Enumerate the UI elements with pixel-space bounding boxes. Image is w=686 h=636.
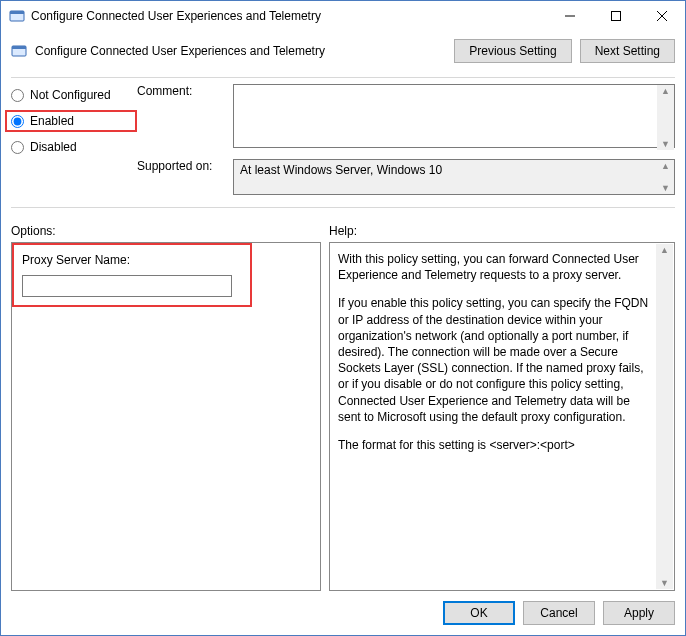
help-scrollbar[interactable]: ▲ ▼	[656, 244, 673, 589]
proxy-server-input[interactable]	[22, 275, 232, 297]
titlebar: Configure Connected User Experiences and…	[1, 1, 685, 31]
nav-buttons: Previous Setting Next Setting	[454, 39, 675, 63]
divider	[11, 207, 675, 208]
radio-not-configured-label: Not Configured	[30, 88, 111, 102]
scroll-thumb[interactable]	[656, 256, 673, 577]
comment-textarea[interactable]	[233, 84, 675, 148]
supported-scrollbar[interactable]: ▲ ▼	[657, 160, 674, 194]
scroll-up-icon: ▲	[656, 244, 673, 256]
help-paragraph: The format for this setting is <server>:…	[338, 437, 652, 453]
radio-disabled-input[interactable]	[11, 141, 24, 154]
scroll-up-icon: ▲	[657, 85, 674, 97]
radio-enabled-label: Enabled	[30, 114, 74, 128]
cancel-button[interactable]: Cancel	[523, 601, 595, 625]
app-icon	[9, 8, 25, 24]
radio-disabled-label: Disabled	[30, 140, 77, 154]
section-labels: Options: Help:	[11, 224, 675, 238]
scroll-down-icon: ▼	[657, 138, 674, 150]
footer-buttons: OK Cancel Apply	[11, 591, 675, 625]
minimize-button[interactable]	[547, 1, 593, 31]
options-label: Options:	[11, 224, 321, 238]
window-controls	[547, 1, 685, 31]
radio-enabled-input[interactable]	[11, 115, 24, 128]
dialog-window: Configure Connected User Experiences and…	[0, 0, 686, 636]
help-label: Help:	[329, 224, 675, 238]
options-panel: Proxy Server Name:	[11, 242, 321, 591]
maximize-button[interactable]	[593, 1, 639, 31]
radio-not-configured-input[interactable]	[11, 89, 24, 102]
radio-disabled[interactable]: Disabled	[11, 140, 131, 154]
header-row: Configure Connected User Experiences and…	[11, 39, 675, 63]
ok-button[interactable]: OK	[443, 601, 515, 625]
divider	[11, 77, 675, 78]
proxy-highlight: Proxy Server Name:	[12, 243, 252, 307]
help-paragraph: If you enable this policy setting, you c…	[338, 295, 652, 425]
window-title: Configure Connected User Experiences and…	[31, 9, 547, 23]
policy-icon	[11, 43, 27, 59]
apply-button[interactable]: Apply	[603, 601, 675, 625]
supported-on-text: At least Windows Server, Windows 10	[233, 159, 675, 195]
state-radios: Not Configured Enabled Disabled	[11, 84, 131, 154]
svg-rect-3	[612, 12, 621, 21]
state-grid: Not Configured Enabled Disabled Comment:…	[11, 84, 675, 203]
previous-setting-button[interactable]: Previous Setting	[454, 39, 571, 63]
scroll-up-icon: ▲	[657, 160, 674, 172]
proxy-server-label: Proxy Server Name:	[22, 253, 242, 267]
svg-rect-7	[12, 46, 26, 49]
supported-field-wrap: At least Windows Server, Windows 10 ▲ ▼	[233, 159, 675, 195]
scroll-down-icon: ▼	[657, 182, 674, 194]
comment-scrollbar[interactable]: ▲ ▼	[657, 85, 674, 150]
comment-field-wrap: ▲ ▼	[233, 84, 675, 151]
panels: Proxy Server Name: With this policy sett…	[11, 242, 675, 591]
supported-label: Supported on:	[137, 159, 227, 173]
help-text: With this policy setting, you can forwar…	[338, 251, 666, 453]
help-panel: With this policy setting, you can forwar…	[329, 242, 675, 591]
svg-rect-1	[10, 11, 24, 14]
next-setting-button[interactable]: Next Setting	[580, 39, 675, 63]
close-button[interactable]	[639, 1, 685, 31]
comment-label: Comment:	[137, 84, 227, 98]
content-area: Configure Connected User Experiences and…	[1, 31, 685, 635]
policy-title: Configure Connected User Experiences and…	[35, 44, 454, 58]
help-paragraph: With this policy setting, you can forwar…	[338, 251, 652, 283]
radio-not-configured[interactable]: Not Configured	[11, 88, 131, 102]
scroll-down-icon: ▼	[656, 577, 673, 589]
radio-enabled[interactable]: Enabled	[5, 110, 137, 132]
